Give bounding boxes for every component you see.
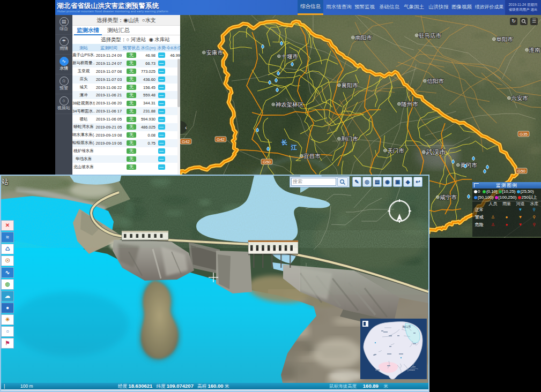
svg-text:江: 江 xyxy=(291,144,297,150)
svg-text:驻马店市: 驻马店市 xyxy=(419,32,442,39)
svg-text:阜阳市: 阜阳市 xyxy=(496,36,513,42)
svg-text:安康市: 安康市 xyxy=(206,49,223,56)
svg-text:襄阳市: 襄阳市 xyxy=(341,82,358,88)
svg-text:G42: G42 xyxy=(217,137,225,142)
svg-text:随州市: 随州市 xyxy=(401,101,418,107)
svg-text:南阳市: 南阳市 xyxy=(355,34,372,41)
svg-text:神农架林区: 神农架林区 xyxy=(276,101,304,108)
svg-text:‹: ‹ xyxy=(185,124,187,131)
svg-text:G50: G50 xyxy=(263,160,271,164)
svg-text:G35: G35 xyxy=(520,132,528,137)
svg-text:G50: G50 xyxy=(517,169,526,174)
svg-text:天门市: 天门市 xyxy=(387,147,404,154)
svg-text:十堰市: 十堰市 xyxy=(281,53,298,59)
svg-text:黄冈市: 黄冈市 xyxy=(460,162,477,168)
svg-text:六安市: 六安市 xyxy=(511,95,528,101)
svg-text:荆门市: 荆门市 xyxy=(341,135,358,142)
svg-text:长: 长 xyxy=(281,139,287,146)
svg-text:信阳市: 信阳市 xyxy=(427,78,444,84)
svg-text:淮南: 淮南 xyxy=(529,47,541,53)
svg-text:武汉市: 武汉市 xyxy=(425,148,446,156)
svg-text:海口市: 海口市 xyxy=(402,325,411,329)
svg-text:宜昌市: 宜昌市 xyxy=(303,153,321,159)
svg-text:G42: G42 xyxy=(182,139,190,144)
svg-text:咸宁市: 咸宁市 xyxy=(440,194,457,200)
